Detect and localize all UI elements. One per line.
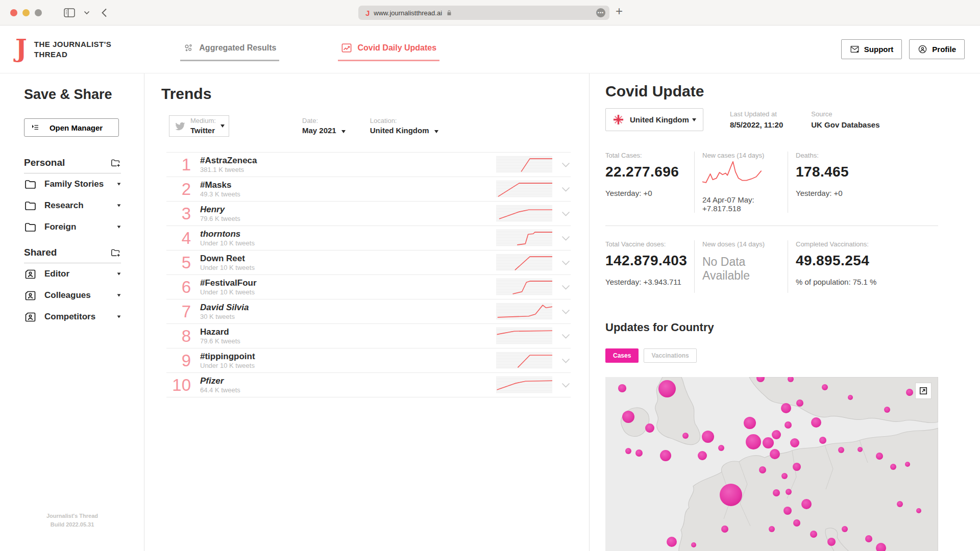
- trend-row[interactable]: 1#AstraZeneca381.1 K tweets: [166, 153, 571, 177]
- case-bubble: [857, 447, 863, 452]
- minimize-window-button[interactable]: [22, 9, 30, 16]
- trend-volume: 79.6 K tweets: [200, 337, 496, 345]
- stat-card: Completed Vaccinations:49.895.254% of po…: [788, 240, 938, 293]
- stat-subtext: % of population: 75.1 %: [796, 278, 938, 286]
- trend-sparkline: [496, 156, 552, 173]
- chevron-down-icon[interactable]: [560, 236, 571, 241]
- map-fullscreen-button[interactable]: [916, 383, 931, 398]
- trend-rank: 4: [166, 230, 191, 246]
- case-bubble: [801, 499, 812, 509]
- trend-row[interactable]: 3Henry79.6 K tweets: [166, 202, 571, 226]
- tab-vaccinations[interactable]: Vaccinations: [644, 348, 696, 363]
- sidebar-item-foreign[interactable]: Foreign: [24, 216, 121, 238]
- sidebar-item-competitors[interactable]: Competitors: [24, 306, 121, 328]
- chevron-down-icon[interactable]: [560, 187, 571, 192]
- trend-rank: 1: [166, 156, 191, 173]
- covid-stats-row: Total Cases:22.277.696Yesterday: +0New c…: [605, 152, 938, 213]
- case-bubble: [819, 437, 826, 444]
- country-dropdown[interactable]: United Kingdom: [605, 108, 703, 131]
- stats-divider: [605, 226, 938, 226]
- zoom-window-button[interactable]: [35, 9, 42, 16]
- sidebar-item-family-stories[interactable]: Family Stories: [24, 173, 121, 195]
- folder-plus-icon[interactable]: [110, 248, 121, 258]
- sidebar-item-research[interactable]: Research: [24, 195, 121, 216]
- url-more-icon[interactable]: •••: [596, 8, 605, 17]
- chevron-down-icon[interactable]: [560, 383, 571, 388]
- trend-name: #tippingpoint: [200, 352, 496, 362]
- sidebar-item-colleagues[interactable]: Colleagues: [24, 285, 121, 306]
- tab-covid-daily-updates[interactable]: Covid Daily Updates: [338, 38, 439, 61]
- medium-dropdown[interactable]: Medium: Twitter: [169, 115, 229, 137]
- site-favicon: J: [365, 9, 370, 17]
- case-bubble: [658, 380, 676, 397]
- main-nav: Aggregated Results Covid Daily Updates: [180, 38, 439, 61]
- open-manager-button[interactable]: Open Manager: [24, 118, 119, 137]
- sidebar-section-personal: PersonalFamily StoriesResearchForeign: [24, 157, 121, 238]
- case-bubble: [769, 526, 775, 532]
- caret-down-icon: [117, 294, 121, 296]
- chevron-down-icon[interactable]: [560, 358, 571, 363]
- date-dropdown[interactable]: Date: May 2021: [302, 116, 346, 135]
- sidebar-item-editor[interactable]: Editor: [24, 263, 121, 285]
- trend-info: Hazard79.6 K tweets: [200, 327, 496, 345]
- case-bubble: [876, 453, 883, 460]
- trend-sparkline: [496, 181, 552, 197]
- twitter-icon: [175, 121, 186, 131]
- build-footer: Journalist's Thread Build 2022.05.31: [0, 512, 144, 530]
- folder-plus-icon[interactable]: [110, 158, 121, 168]
- trend-name: #Masks: [200, 180, 496, 190]
- stat-value: 49.895.254: [796, 253, 938, 269]
- chevron-down-icon[interactable]: [560, 334, 571, 339]
- save-share-sidebar: Save & Share Open Manager PersonalFamily…: [0, 73, 144, 551]
- case-bubble: [625, 448, 631, 454]
- case-bubble: [744, 417, 756, 429]
- caret-down-icon: [117, 183, 121, 185]
- trend-row[interactable]: 7David Silvia30 K tweets: [166, 299, 571, 324]
- location-dropdown[interactable]: Location: United Kingdom: [370, 116, 438, 135]
- caret-down-icon: [220, 124, 225, 128]
- caret-down-icon: [117, 315, 121, 318]
- case-bubble: [635, 449, 643, 457]
- url-bar[interactable]: J www.journalistthread.ai •••: [358, 6, 609, 20]
- chevron-down-icon[interactable]: [84, 11, 90, 15]
- chevron-down-icon[interactable]: [560, 260, 571, 265]
- support-button[interactable]: Support: [841, 39, 902, 59]
- stat-label: Completed Vaccinations:: [796, 240, 938, 248]
- section-header-shared: Shared: [24, 247, 121, 263]
- case-bubble: [746, 434, 761, 449]
- case-bubble: [790, 438, 799, 447]
- tab-cases[interactable]: Cases: [605, 348, 639, 363]
- source: Source UK Gov Databases: [811, 110, 879, 129]
- trend-row[interactable]: 4thorntonsUnder 10 K tweets: [166, 226, 571, 251]
- stat-subtext: Yesterday: +0: [605, 189, 694, 197]
- trend-row[interactable]: 8Hazard79.6 K tweets: [166, 324, 571, 348]
- chevron-down-icon[interactable]: [560, 309, 571, 314]
- stat-card: Total Cases:22.277.696Yesterday: +0: [605, 152, 694, 213]
- back-button-icon[interactable]: [101, 8, 107, 17]
- case-bubble: [772, 430, 781, 439]
- tab-aggregated-results[interactable]: Aggregated Results: [180, 38, 279, 61]
- covid-map[interactable]: [605, 377, 938, 551]
- stat-card: New doses (14 days)No Data Available: [694, 240, 788, 293]
- stat-card: New cases (14 days)24 Apr-07 May: +7.817…: [694, 152, 788, 213]
- trend-row[interactable]: 9#tippingpointUnder 10 K tweets: [166, 348, 571, 373]
- trend-row[interactable]: 2#Masks49.3 K tweets: [166, 177, 571, 202]
- chevron-down-icon[interactable]: [560, 285, 571, 290]
- caret-down-icon: [117, 204, 121, 207]
- trend-row[interactable]: 6#FestivalFourUnder 10 K tweets: [166, 275, 571, 299]
- case-bubble: [822, 384, 828, 390]
- case-bubble: [848, 395, 853, 400]
- chevron-down-icon[interactable]: [560, 162, 571, 167]
- close-window-button[interactable]: [10, 9, 17, 16]
- chevron-down-icon[interactable]: [560, 211, 571, 216]
- case-bubble: [618, 384, 626, 392]
- sidebar-toggle-icon[interactable]: [63, 8, 76, 18]
- trend-row[interactable]: 5Down ReetUnder 10 K tweets: [166, 251, 571, 275]
- case-bubble: [667, 537, 677, 547]
- manager-icon: [31, 123, 40, 132]
- trend-row[interactable]: 10Pfizer64.4 K tweets: [166, 373, 571, 397]
- trends-title: Trends: [161, 85, 589, 103]
- new-tab-button[interactable]: +: [616, 4, 623, 18]
- profile-button[interactable]: Profile: [909, 39, 965, 59]
- case-bubble: [786, 489, 792, 495]
